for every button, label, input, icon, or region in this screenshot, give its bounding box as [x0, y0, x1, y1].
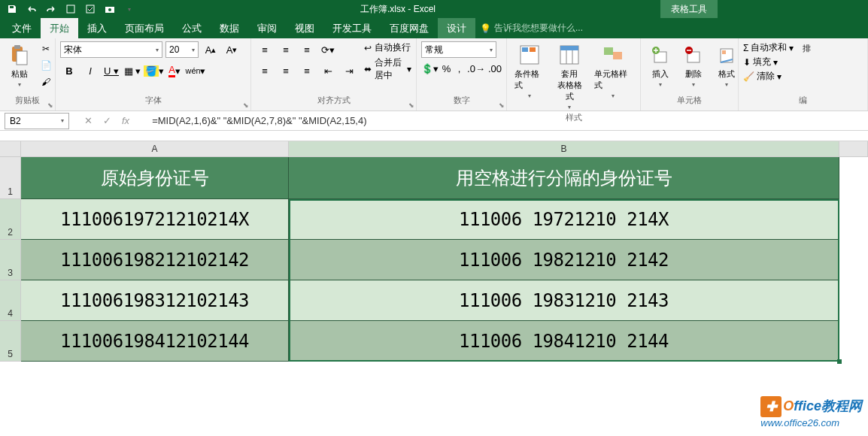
delete-button[interactable]: 删除▾: [678, 41, 709, 89]
increase-font-icon[interactable]: A▴: [202, 41, 220, 58]
column-header-blank[interactable]: [839, 141, 868, 156]
menu-baidu[interactable]: 百度网盘: [381, 18, 438, 38]
fill-button[interactable]: ⬇填充 ▾: [743, 56, 794, 68]
cut-icon[interactable]: ✂: [38, 41, 54, 56]
svg-rect-0: [67, 5, 74, 13]
tell-me-input[interactable]: 💡 告诉我您想要做什么...: [480, 18, 583, 38]
menu-home[interactable]: 开始: [41, 18, 78, 38]
align-bottom-icon[interactable]: ≡: [298, 41, 316, 58]
format-painter-icon[interactable]: 🖌: [38, 74, 54, 89]
cell-b2[interactable]: 111006 19721210 214X: [289, 199, 839, 240]
cell-a1[interactable]: 原始身份证号: [21, 157, 289, 199]
row-header-4[interactable]: 4: [0, 280, 21, 321]
fx-icon[interactable]: fx: [122, 115, 129, 126]
merge-center-button[interactable]: ⬌合并后居中 ▾: [364, 56, 411, 82]
comma-button[interactable]: ,: [454, 60, 464, 77]
row-header-5[interactable]: 5: [0, 321, 21, 362]
increase-indent-icon[interactable]: ⇥: [340, 62, 358, 79]
bold-button[interactable]: B: [60, 62, 78, 79]
align-top-icon[interactable]: ≡: [256, 41, 274, 58]
menu-review[interactable]: 审阅: [248, 18, 286, 38]
font-size-select[interactable]: 20▾: [165, 41, 199, 58]
currency-button[interactable]: 💲▾: [421, 60, 439, 77]
menu-formulas[interactable]: 公式: [173, 18, 211, 38]
qat-icon-4[interactable]: [65, 3, 77, 15]
percent-button[interactable]: %: [442, 60, 451, 77]
format-button[interactable]: 格式▾: [712, 41, 742, 89]
menu-file[interactable]: 文件: [0, 18, 41, 38]
autosum-button[interactable]: Σ自动求和 ▾: [743, 41, 794, 54]
conditional-format-button[interactable]: 条件格式▾: [511, 41, 548, 101]
menu-design[interactable]: 设计: [438, 18, 475, 38]
qat-dropdown-icon[interactable]: ▾: [123, 3, 135, 15]
dialog-launcher-icon[interactable]: ⬊: [243, 101, 249, 109]
cancel-icon[interactable]: ✕: [84, 115, 93, 126]
cell-b4[interactable]: 111006 19831210 2143: [289, 280, 839, 321]
camera-icon[interactable]: [104, 3, 116, 15]
menu-data[interactable]: 数据: [211, 18, 248, 38]
cell-b1[interactable]: 用空格进行分隔的身份证号: [289, 157, 839, 199]
align-middle-icon[interactable]: ≡: [277, 41, 295, 58]
italic-button[interactable]: I: [81, 62, 99, 79]
menu-developer[interactable]: 开发工具: [323, 18, 381, 38]
copy-icon[interactable]: 📄: [38, 58, 54, 73]
fill-handle[interactable]: [837, 359, 842, 364]
phonetic-button[interactable]: wén ▾: [187, 62, 205, 79]
borders-button[interactable]: ▦ ▾: [123, 62, 141, 79]
table-format-button[interactable]: 套用 表格格式▾: [551, 41, 588, 112]
cell-a4[interactable]: 111006198312102143: [21, 280, 289, 321]
menu-view[interactable]: 视图: [286, 18, 323, 38]
formula-bar: B2▾ ✕ ✓ fx =MID(A2,1,6)&" "&MID(A2,7,8)&…: [0, 111, 868, 131]
office-logo-icon: ✚: [760, 396, 782, 417]
align-center-icon[interactable]: ≡: [277, 62, 295, 79]
cell-a2[interactable]: 11100619721210214X: [21, 199, 289, 240]
row-header-1[interactable]: 1: [0, 157, 21, 199]
enter-icon[interactable]: ✓: [103, 115, 111, 126]
wrap-text-button[interactable]: ↩自动换行: [364, 41, 411, 54]
increase-decimal-icon[interactable]: .0→: [467, 60, 485, 77]
window-title: 工作簿.xlsx - Excel: [135, 3, 660, 16]
column-header-b[interactable]: B: [289, 141, 839, 156]
fill-color-button[interactable]: 🪣▾: [144, 62, 162, 79]
paste-button[interactable]: 粘贴 ▾: [5, 41, 35, 89]
undo-icon[interactable]: [26, 3, 38, 15]
menu-insert[interactable]: 插入: [78, 18, 116, 38]
name-box[interactable]: B2▾: [5, 113, 69, 129]
clipboard-label: 剪贴板: [5, 95, 50, 107]
table-row: 4 111006198312102143 111006 19831210 214…: [0, 280, 868, 321]
save-icon[interactable]: [6, 3, 18, 15]
dialog-launcher-icon[interactable]: ⬊: [408, 101, 414, 109]
dialog-launcher-icon[interactable]: ⬊: [47, 101, 53, 109]
spreadsheet-grid[interactable]: A B 1 原始身份证号 用空格进行分隔的身份证号 2 111006197212…: [0, 141, 868, 362]
eraser-icon: 🧹: [743, 71, 754, 82]
row-header-2[interactable]: 2: [0, 199, 21, 240]
qat-icon-5[interactable]: [84, 3, 96, 15]
cell-a3[interactable]: 111006198212102142: [21, 240, 289, 280]
cell-a5[interactable]: 111006198412102144: [21, 321, 289, 362]
decrease-font-icon[interactable]: A▾: [223, 41, 241, 58]
number-format-select[interactable]: 常规▾: [421, 41, 496, 58]
font-name-select[interactable]: 宋体▾: [60, 41, 162, 58]
orientation-icon[interactable]: ⟳▾: [319, 41, 337, 58]
font-size-value: 20: [169, 44, 179, 55]
menu-page-layout[interactable]: 页面布局: [116, 18, 173, 38]
sort-filter-button[interactable]: 排: [800, 41, 814, 83]
dialog-launcher-icon[interactable]: ⬊: [499, 101, 505, 109]
formula-input[interactable]: =MID(A2,1,6)&" "&MID(A2,7,8)&" "&MID(A2,…: [152, 115, 366, 126]
align-right-icon[interactable]: ≡: [298, 62, 316, 79]
number-group-label: 数字: [421, 95, 502, 107]
underline-button[interactable]: U ▾: [102, 62, 120, 79]
align-left-icon[interactable]: ≡: [256, 62, 274, 79]
column-header-a[interactable]: A: [21, 141, 289, 156]
select-all-corner[interactable]: [0, 141, 21, 156]
cell-styles-button[interactable]: 单元格样式▾: [591, 41, 636, 101]
cell-b5[interactable]: 111006 19841210 2144: [289, 321, 839, 362]
decrease-indent-icon[interactable]: ⇤: [319, 62, 337, 79]
clear-button[interactable]: 🧹清除 ▾: [743, 70, 794, 83]
decrease-decimal-icon[interactable]: .00: [488, 60, 502, 77]
row-header-3[interactable]: 3: [0, 240, 21, 280]
cell-b3[interactable]: 111006 19821210 2142: [289, 240, 839, 280]
font-color-button[interactable]: A▾: [165, 62, 184, 79]
insert-button[interactable]: 插入▾: [645, 41, 675, 89]
redo-icon[interactable]: [45, 3, 57, 15]
